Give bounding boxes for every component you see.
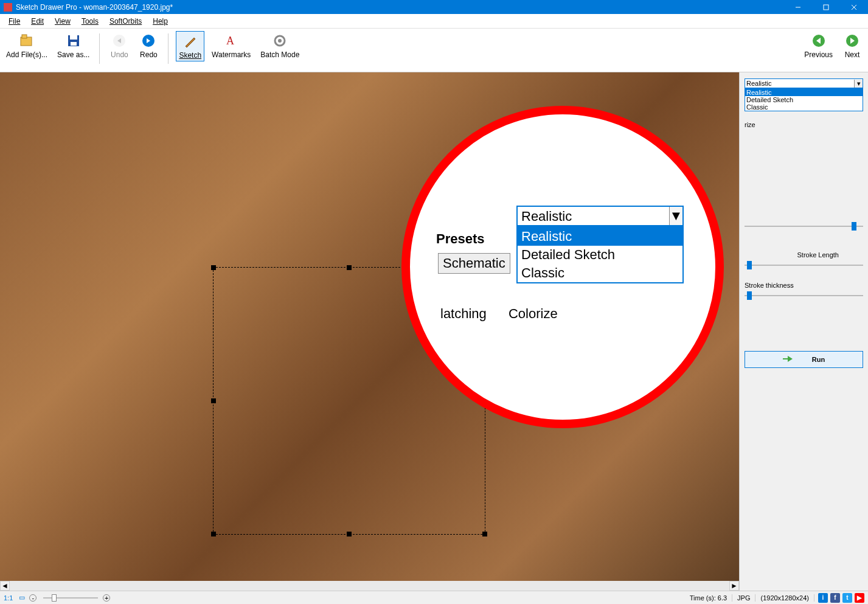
format-status: JPG [732,594,755,602]
option-classic[interactable]: Classic [745,103,863,111]
horizontal-scrollbar[interactable]: ◄ ► [0,581,739,591]
scroll-left-icon[interactable]: ◄ [0,581,10,591]
canvas-area[interactable]: Realistic ▼ Presets Schematic Realistic … [0,72,739,581]
colorize-tab-fragment[interactable]: rize [745,121,863,128]
redo-button[interactable]: Redo [136,31,161,60]
callout-presets-label: Presets [436,231,485,247]
stroke-thickness-label: Stroke thickness [745,282,863,289]
handle-tl[interactable] [211,265,216,270]
undo-button[interactable]: Undo [107,31,131,60]
menu-help[interactable]: Help [148,16,173,27]
save-as-button[interactable]: Save as... [55,31,92,60]
option-detailed[interactable]: Detailed Sketch [745,96,863,103]
add-files-icon [18,32,35,49]
redo-icon [140,32,157,49]
app-icon [4,3,12,12]
sketch-icon [182,33,199,50]
next-icon [844,32,861,49]
run-label: Run [812,356,825,363]
next-button[interactable]: Next [840,31,864,60]
maximize-button[interactable] [812,0,840,14]
option-realistic[interactable]: Realistic [745,89,863,96]
callout-tab-hatching[interactable]: latching [440,306,487,321]
youtube-icon[interactable]: ▶ [855,593,864,603]
svg-point-13 [278,39,282,43]
save-icon [65,32,82,49]
menu-view[interactable]: View [50,16,75,27]
callout-tab-colorize[interactable]: Colorize [509,306,558,321]
handle-br[interactable] [482,532,487,536]
zoom-slider[interactable] [43,597,98,599]
menu-edit[interactable]: Edit [26,16,49,27]
close-button[interactable] [840,0,868,14]
svg-rect-8 [71,42,77,46]
menu-tools[interactable]: Tools [77,16,103,27]
info-icon[interactable]: i [818,593,828,603]
batch-mode-button[interactable]: Batch Mode [258,31,302,60]
stroke-length-label: Stroke Length [745,251,863,259]
slider-stroke-thickness[interactable] [745,289,863,302]
callout-preset-dropdown: Realistic Detailed Sketch Classic [516,226,684,283]
scroll-right-icon[interactable]: ► [729,581,739,591]
undo-icon [111,32,128,49]
svg-rect-5 [22,35,27,38]
slider-stroke-length[interactable] [745,259,863,272]
zoom-out-icon[interactable]: - [29,594,36,602]
handle-ml[interactable] [211,398,216,403]
run-button[interactable]: Run [745,351,863,368]
zoom-in-icon[interactable]: + [103,594,110,602]
run-arrow-icon [783,355,794,364]
scroll-track[interactable] [10,581,729,591]
toolbar: Add File(s)... Save as... Undo Redo Sket… [0,29,868,72]
titlebar: Sketch Drawer Pro - woman-2003647_1920.j… [0,0,868,14]
window-title: Sketch Drawer Pro - woman-2003647_1920.j… [16,3,784,12]
callout-magnifier: Realistic ▼ Presets Schematic Realistic … [401,106,724,428]
svg-text:A: A [226,35,234,47]
dimensions-status: (1920x1280x24) [755,594,814,602]
statusbar: 1:1 ▭ - + Time (s): 6.3 JPG (1920x1280x2… [0,591,868,604]
menu-file[interactable]: File [4,16,25,27]
preset-dropdown: Realistic Detailed Sketch Classic [745,88,863,111]
add-files-button[interactable]: Add File(s)... [4,31,50,60]
callout-preset-combo[interactable]: Realistic ▼ [516,206,684,226]
callout-option-realistic[interactable]: Realistic [518,227,682,246]
gear-icon [271,32,288,49]
zoom-ratio[interactable]: 1:1 [0,594,16,602]
handle-bl[interactable] [211,532,216,536]
preset-combo[interactable]: Realistic ▾ [745,78,863,88]
handle-tm[interactable] [347,265,352,270]
watermarks-button[interactable]: AWatermarks [209,31,253,60]
right-panel: Realistic ▾ Realistic Detailed Sketch Cl… [739,72,868,591]
chevron-down-icon[interactable]: ▾ [854,80,863,88]
handle-bm[interactable] [347,532,352,536]
menu-softorbits[interactable]: SoftOrbits [105,16,147,27]
menubar: File Edit View Tools SoftOrbits Help [0,14,868,29]
time-status: Time (s): 6.3 [685,594,732,602]
chevron-down-icon[interactable]: ▼ [669,207,682,225]
slider-unnamed[interactable] [745,220,863,233]
watermarks-icon: A [223,32,240,49]
preset-value: Realistic [746,80,772,87]
previous-icon [810,32,827,49]
callout-option-classic[interactable]: Classic [518,264,682,282]
facebook-icon[interactable]: f [830,593,840,603]
previous-button[interactable]: Previous [802,31,835,60]
minimize-button[interactable] [784,0,812,14]
callout-preset-value: Realistic [518,207,682,226]
svg-rect-1 [824,5,828,10]
sketch-button[interactable]: Sketch [176,31,204,61]
svg-rect-7 [70,35,77,40]
callout-option-detailed[interactable]: Detailed Sketch [518,246,682,264]
callout-schematic-button[interactable]: Schematic [438,253,510,274]
twitter-icon[interactable]: t [842,593,852,603]
fit-icon[interactable]: ▭ [16,594,27,602]
